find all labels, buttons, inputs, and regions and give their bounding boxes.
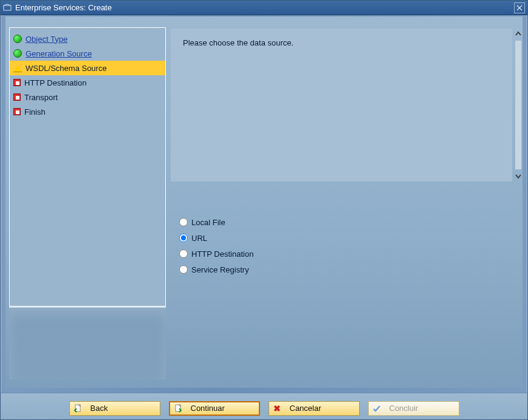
step-sidebar: Object Type Generation Source WSDL/Schem… (9, 27, 166, 307)
scroll-down-icon[interactable] (513, 171, 524, 181)
radio-label: Service Registry (191, 265, 249, 274)
step-label: HTTP Destination (24, 78, 86, 87)
status-green-icon (13, 49, 22, 58)
finish-button[interactable]: Concluir (368, 401, 459, 416)
step-label: WSDL/Schema Source (26, 64, 107, 73)
cancel-x-icon: ✖ (273, 404, 281, 413)
button-label: Back (91, 404, 108, 413)
radio-label: Local File (191, 218, 225, 227)
radio-service-registry[interactable]: Service Registry (179, 262, 483, 277)
wizard-footer: Back Continuar ✖ Cancelar Concluir (1, 393, 527, 419)
button-label: Concluir (389, 404, 419, 413)
step-transport[interactable]: Transport (10, 90, 165, 104)
step-label: Finish (24, 107, 46, 117)
radio-http-destination[interactable]: HTTP Destination (179, 246, 483, 262)
cancel-button[interactable]: ✖ Cancelar (269, 401, 360, 416)
step-wsdl-schema-source[interactable]: WSDL/Schema Source (10, 61, 165, 75)
instruction-text: Please choose the data source. (171, 29, 512, 57)
status-yellow-icon (13, 65, 22, 72)
back-button[interactable]: Back (69, 401, 160, 416)
scroll-track[interactable] (515, 41, 521, 169)
radio-input[interactable] (179, 218, 188, 226)
status-red-icon (13, 108, 21, 115)
step-label: Transport (24, 93, 58, 102)
wizard-window: Enterprise Services: Create Object Type … (0, 0, 528, 420)
scroll-up-icon[interactable] (513, 29, 524, 39)
title-bar[interactable]: Enterprise Services: Create (1, 1, 527, 15)
radio-local-file[interactable]: Local File (179, 214, 483, 230)
status-green-icon (13, 35, 22, 43)
step-http-destination[interactable]: HTTP Destination (10, 75, 165, 90)
button-label: Continuar (191, 404, 225, 413)
button-label: Cancelar (290, 404, 321, 413)
continue-button[interactable]: Continuar (169, 401, 260, 416)
svg-rect-0 (4, 5, 11, 10)
radio-input[interactable] (179, 249, 188, 258)
instruction-panel: Please choose the data source. (171, 29, 512, 181)
radio-label: URL (191, 234, 207, 243)
step-object-type[interactable]: Object Type (10, 32, 165, 46)
checkmark-icon (372, 404, 381, 413)
step-label[interactable]: Object Type (26, 35, 67, 44)
radio-input[interactable] (179, 265, 188, 274)
step-finish[interactable]: Finish (10, 104, 165, 119)
page-back-icon (74, 404, 82, 413)
close-button[interactable] (514, 2, 525, 13)
status-red-icon (13, 79, 21, 86)
status-red-icon (13, 93, 21, 101)
sap-window-icon (3, 4, 12, 12)
radio-label: HTTP Destination (191, 249, 253, 259)
data-source-radio-group: Local File URL HTTP Destination Service … (179, 214, 483, 277)
page-next-icon (174, 404, 182, 413)
window-title: Enterprise Services: Create (15, 3, 514, 12)
radio-input[interactable] (179, 234, 188, 242)
wizard-content: Object Type Generation Source WSDL/Schem… (5, 16, 523, 388)
step-label[interactable]: Generation Source (26, 49, 92, 58)
radio-url[interactable]: URL (179, 230, 483, 246)
step-generation-source[interactable]: Generation Source (10, 46, 165, 61)
panel-scrollbar[interactable] (513, 29, 524, 181)
sidebar-background-decoration (9, 307, 166, 379)
